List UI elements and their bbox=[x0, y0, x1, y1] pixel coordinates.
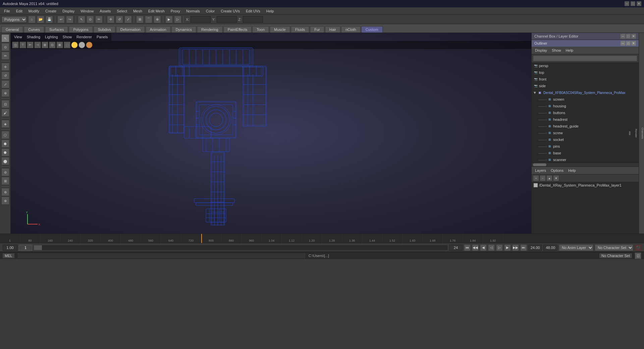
tool-append[interactable]: ⬤ bbox=[1, 157, 9, 165]
vp-menu-show[interactable]: Show bbox=[61, 34, 74, 40]
current-frame-input[interactable] bbox=[19, 245, 32, 251]
status-btn-1[interactable]: ◫ bbox=[635, 252, 641, 259]
layers-btn-add[interactable]: + bbox=[533, 175, 539, 181]
toolbar-btn-snap-curve[interactable]: ⌒ bbox=[145, 16, 152, 23]
menu-file[interactable]: File bbox=[1, 8, 13, 14]
vp-btn-side[interactable]: ⊣ bbox=[34, 42, 41, 48]
menu-color[interactable]: Color bbox=[203, 8, 217, 14]
menu-select[interactable]: Select bbox=[114, 8, 130, 14]
transport-next-frame[interactable]: ▶ bbox=[504, 244, 511, 251]
vp-menu-panels[interactable]: Panels bbox=[95, 34, 110, 40]
range-start-input[interactable] bbox=[3, 245, 17, 251]
transport-play-back[interactable]: ◁ bbox=[488, 244, 495, 251]
layers-btn-move-up[interactable]: ▲ bbox=[546, 175, 552, 181]
tool-universal-manip[interactable]: ⊛ bbox=[1, 89, 9, 97]
tool-offset-edge[interactable]: ⊞ bbox=[1, 177, 9, 185]
vp-btn-texture[interactable]: ⬚ bbox=[64, 42, 70, 48]
tool-paint-blend[interactable]: ⊛ bbox=[1, 197, 9, 205]
menu-modify[interactable]: Modify bbox=[26, 8, 42, 14]
tool-scale[interactable]: ⤢ bbox=[1, 80, 9, 88]
vp-btn-front[interactable]: ⊢ bbox=[27, 42, 34, 48]
outliner-maximize[interactable]: □ bbox=[626, 41, 631, 46]
toolbar-btn-undo[interactable]: ↩ bbox=[57, 16, 65, 23]
layers-menu-help[interactable]: Help bbox=[566, 168, 578, 173]
toolbar-btn-rotate[interactable]: ↺ bbox=[116, 16, 123, 23]
tab-general[interactable]: General bbox=[1, 26, 23, 33]
tab-dynamics[interactable]: Dynamics bbox=[171, 26, 196, 33]
tab-fur[interactable]: Fur bbox=[310, 26, 324, 33]
tool-extrude[interactable]: ⬢ bbox=[1, 140, 9, 148]
vp-light-3[interactable] bbox=[86, 42, 93, 48]
vp-btn-smooth[interactable]: ⊠ bbox=[56, 42, 63, 48]
tool-split-poly[interactable]: ⊘ bbox=[1, 168, 9, 176]
vp-menu-lighting[interactable]: Lighting bbox=[43, 34, 60, 40]
menu-create[interactable]: Create bbox=[43, 8, 59, 14]
hscrollbar-thumb[interactable] bbox=[533, 163, 546, 166]
menu-help[interactable]: Help bbox=[264, 8, 277, 14]
vp-menu-shading[interactable]: Shading bbox=[25, 34, 42, 40]
vp-light-1[interactable] bbox=[71, 42, 78, 48]
toolbar-btn-redo[interactable]: ↪ bbox=[66, 16, 73, 23]
tab-ncloth[interactable]: nCloth bbox=[341, 26, 361, 33]
tool-polygon[interactable]: ⬡ bbox=[1, 131, 9, 139]
transport-play-fwd[interactable]: ▷ bbox=[496, 244, 503, 251]
menu-edit[interactable]: Edit bbox=[13, 8, 25, 14]
timeline-ruler[interactable]: 1 80 160 240 320 400 480 560 640 720 800… bbox=[0, 234, 644, 243]
transport-skip-start[interactable]: ⏮ bbox=[464, 244, 471, 251]
script-mode[interactable]: MEL bbox=[3, 253, 14, 258]
vp-btn-wireframe[interactable]: ⊡ bbox=[49, 42, 56, 48]
tree-item-base[interactable]: ——○ ⊞ base bbox=[532, 150, 639, 156]
x-input[interactable] bbox=[191, 16, 211, 23]
tree-item-housing[interactable]: ——○ ⊞ housing bbox=[532, 103, 639, 109]
tree-item-top[interactable]: 📷 top bbox=[532, 69, 639, 76]
toolbar-btn-home[interactable]: ⌂ bbox=[28, 16, 36, 23]
tool-select-lasso[interactable]: ⊙ bbox=[1, 43, 9, 51]
attr-strip-render[interactable]: Render bbox=[635, 129, 638, 138]
mode-select[interactable]: Polygons bbox=[1, 16, 27, 23]
tree-item-dental-group[interactable]: ▼ ▣ Dental_XFB0ASC04SRay_System_Planmeca… bbox=[532, 89, 639, 96]
tab-painteffects[interactable]: PaintEffects bbox=[223, 26, 252, 33]
layer-visibility[interactable]: V bbox=[534, 183, 538, 187]
vp-menu-view[interactable]: View bbox=[12, 34, 24, 40]
outliner-menu-show[interactable]: Show bbox=[550, 48, 563, 53]
menu-edit-mesh[interactable]: Edit Mesh bbox=[146, 8, 167, 14]
outliner-hscrollbar[interactable] bbox=[532, 162, 639, 166]
channel-box-maximize[interactable]: □ bbox=[626, 34, 631, 39]
tree-item-headrest[interactable]: ——○ ⊞ headrest bbox=[532, 116, 639, 123]
layers-btn-move-down[interactable]: ▼ bbox=[553, 175, 559, 181]
close-btn[interactable]: ✕ bbox=[637, 1, 641, 6]
tool-paint-weights[interactable]: ⊚ bbox=[1, 188, 9, 196]
outliner-menu-display[interactable]: Display bbox=[533, 48, 549, 53]
viewport[interactable]: View Shading Lighting Show Renderer Pane… bbox=[11, 33, 531, 234]
auto-key-btn[interactable]: ⚫ bbox=[635, 244, 641, 251]
outliner-minimize[interactable]: ─ bbox=[621, 41, 625, 46]
layer-item-1[interactable]: V /Dental_XRay_System_Planmeca_ProMax_la… bbox=[532, 182, 639, 188]
tab-subdivs[interactable]: Subdivs bbox=[94, 26, 115, 33]
tool-paint-select[interactable]: ✏ bbox=[1, 52, 9, 60]
tab-custom[interactable]: Custom bbox=[361, 26, 383, 33]
title-bar-controls[interactable]: ─ □ ✕ bbox=[625, 1, 641, 6]
minimize-btn[interactable]: ─ bbox=[625, 1, 629, 6]
toolbar-btn-select[interactable]: ↖ bbox=[78, 16, 85, 23]
tab-rendering[interactable]: Rendering bbox=[197, 26, 223, 33]
transport-skip-end[interactable]: ⏭ bbox=[520, 244, 527, 251]
outliner-close[interactable]: ✕ bbox=[631, 41, 636, 46]
transport-next-key[interactable]: ▶▶ bbox=[512, 244, 519, 251]
char-set-select[interactable]: No Character Set bbox=[595, 244, 633, 251]
timeline-playhead[interactable] bbox=[201, 234, 202, 243]
vp-menu-renderer[interactable]: Renderer bbox=[74, 34, 94, 40]
outliner-search-input[interactable] bbox=[533, 55, 637, 61]
toolbar-btn-render[interactable]: ▶ bbox=[165, 16, 173, 23]
attr-strip-attr-editor[interactable]: Attr bbox=[628, 131, 631, 135]
toolbar-btn-snap-grid[interactable]: ⊞ bbox=[136, 16, 144, 23]
tree-item-buttons[interactable]: ——○ ⊞ buttons bbox=[532, 109, 639, 116]
tool-show-manip[interactable]: ◈ bbox=[1, 120, 9, 128]
menu-display[interactable]: Display bbox=[60, 8, 77, 14]
tool-soft-mod[interactable]: ⊡ bbox=[1, 100, 9, 108]
toolbar-btn-scale[interactable]: ⤢ bbox=[124, 16, 132, 23]
menu-normals[interactable]: Normals bbox=[183, 8, 203, 14]
tool-select-arrow[interactable]: ↖ bbox=[1, 34, 9, 42]
tree-item-side[interactable]: 📷 side bbox=[532, 83, 639, 89]
tab-surfaces[interactable]: Surfaces bbox=[45, 26, 68, 33]
tab-deformation[interactable]: Deformation bbox=[116, 26, 145, 33]
